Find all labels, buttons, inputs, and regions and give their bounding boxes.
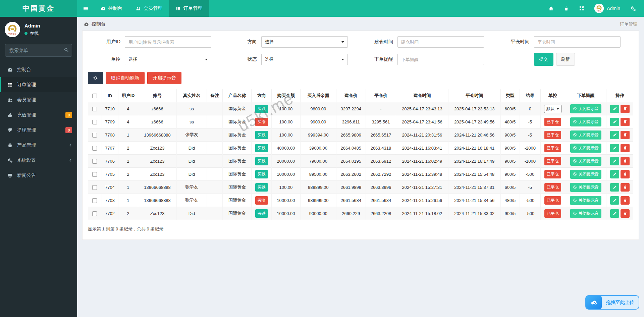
column-header: 买入后余额	[301, 89, 336, 102]
row-checkbox[interactable]	[92, 133, 97, 138]
refresh-button[interactable]: 刷新	[556, 53, 575, 66]
row-checkbox[interactable]	[92, 211, 97, 216]
drag-upload-widget[interactable]: 拖拽至此上传	[585, 295, 639, 310]
settings-gears-button[interactable]	[630, 6, 636, 11]
order-notice-input[interactable]	[397, 54, 484, 65]
gears-icon	[7, 158, 13, 163]
cell-open-time: 2024-11-21 16:03:41	[396, 142, 448, 155]
table-refresh-button[interactable]	[88, 72, 103, 84]
open-time-input[interactable]	[397, 36, 484, 48]
cell-actions	[606, 207, 633, 220]
cell-user-id: 1	[118, 128, 138, 142]
sidebar-item-recharge[interactable]: 充值管理 0	[0, 107, 77, 122]
sidebar-item-members[interactable]: 会员管理	[0, 92, 77, 107]
brand-logo[interactable]: 中国黄金	[0, 0, 77, 17]
trash-icon	[623, 107, 627, 111]
edit-button[interactable]	[610, 196, 619, 205]
cancel-auto-refresh-button[interactable]: 取消自动刷新	[106, 72, 145, 84]
sidebar-item-withdraw[interactable]: 提现管理 0	[0, 122, 77, 138]
enable-sound-button[interactable]: 开启提示音	[147, 72, 181, 84]
delete-button[interactable]	[621, 118, 630, 126]
sidebar-toggle-button[interactable]	[77, 0, 94, 17]
delete-button[interactable]	[621, 105, 630, 113]
row-checkbox[interactable]	[92, 146, 97, 151]
menu-search-input[interactable]	[5, 44, 72, 57]
delete-button[interactable]	[621, 183, 630, 192]
cell-account: z6666	[138, 115, 177, 128]
row-checkbox-cell	[88, 168, 102, 181]
direction-select[interactable]: 选择	[261, 36, 348, 48]
submit-button[interactable]: 提交	[534, 53, 553, 66]
home-button[interactable]	[548, 6, 554, 11]
edit-button[interactable]	[610, 105, 619, 113]
delete-button[interactable]	[621, 209, 630, 218]
nav-item-orders[interactable]: 订单管理	[169, 0, 209, 17]
table-row: 77104z6666ss国际黄金买跌100.009800.003297.2294…	[88, 102, 633, 115]
row-checkbox[interactable]	[92, 107, 97, 111]
cell-real-name: ss	[176, 102, 207, 115]
row-checkbox[interactable]	[92, 172, 97, 177]
select-all-checkbox[interactable]	[92, 94, 97, 98]
mute-notice-button[interactable]: 关闭提示音	[570, 130, 601, 140]
mute-icon	[573, 146, 577, 150]
cell-type: 900/5	[500, 128, 520, 142]
nav-item-dashboard[interactable]: 控制台	[94, 0, 129, 17]
fullscreen-button[interactable]	[579, 6, 584, 11]
user-menu[interactable]: 中国黄金 Admin	[594, 4, 620, 13]
row-checkbox[interactable]	[92, 198, 97, 203]
cell-control: 已平仓	[540, 142, 565, 155]
mute-notice-button[interactable]: 关闭提示音	[570, 209, 601, 218]
mute-notice-button[interactable]: 关闭提示音	[570, 144, 601, 153]
nav-item-members[interactable]: 会员管理	[129, 0, 169, 17]
row-checkbox[interactable]	[92, 120, 97, 124]
thumbs-up-icon	[7, 112, 13, 118]
row-checkbox[interactable]	[92, 185, 97, 190]
cell-remark	[207, 115, 223, 128]
mute-notice-button[interactable]: 关闭提示音	[570, 196, 601, 205]
cell-account: Zxc123	[138, 207, 177, 220]
sidebar-item-orders[interactable]: 订单管理	[0, 77, 77, 92]
mute-notice-button[interactable]: 关闭提示音	[570, 157, 601, 166]
cell-balance-after: 989999.00	[301, 194, 336, 207]
delete-button[interactable]	[621, 131, 630, 139]
sidebar-item-dashboard[interactable]: 控制台	[0, 62, 77, 77]
column-header: 账号	[138, 89, 177, 102]
user-id-input[interactable]	[125, 36, 211, 48]
sidebar-item-news[interactable]: 新闻公告	[0, 168, 77, 183]
cell-real-name: Did	[176, 155, 207, 168]
status-select[interactable]: 选择	[261, 54, 348, 65]
edit-button[interactable]	[610, 118, 619, 126]
cell-user-id: 2	[118, 155, 138, 168]
breadcrumb-left[interactable]: 控制台	[92, 21, 106, 27]
delete-button[interactable]	[621, 144, 630, 152]
cell-control: 已平仓	[540, 128, 565, 142]
edit-button[interactable]	[610, 131, 619, 139]
control-select[interactable]: 选择	[125, 54, 211, 65]
edit-button[interactable]	[610, 157, 619, 165]
search-icon[interactable]	[64, 47, 69, 52]
delete-button[interactable]	[621, 196, 630, 205]
column-header: 平仓价	[366, 89, 396, 102]
mute-notice-button[interactable]: 关闭提示音	[570, 183, 601, 192]
close-time-input[interactable]	[534, 36, 621, 48]
edit-button[interactable]	[610, 170, 619, 178]
row-control-select[interactable]: 默认	[544, 105, 561, 113]
sidebar-item-settings[interactable]: 系统设置	[0, 153, 77, 168]
mute-notice-button[interactable]: 关闭提示音	[570, 104, 601, 113]
delete-button[interactable]	[621, 170, 630, 178]
edit-button[interactable]	[610, 183, 619, 192]
trash-button[interactable]	[564, 6, 569, 11]
edit-button[interactable]	[610, 209, 619, 218]
delete-button[interactable]	[621, 157, 630, 165]
cell-amount: 100.00	[271, 115, 300, 128]
cell-open-time: 2024-11-21 15:39:48	[396, 168, 448, 181]
row-checkbox[interactable]	[92, 159, 97, 164]
closed-badge: 已平仓	[544, 131, 561, 139]
shopping-bag-icon	[7, 143, 13, 148]
cell-product: 国际黄金	[223, 168, 252, 181]
mute-notice-button[interactable]: 关闭提示音	[570, 117, 601, 126]
mute-notice-button[interactable]: 关闭提示音	[570, 170, 601, 179]
pencil-icon	[613, 211, 617, 215]
sidebar-item-products[interactable]: 产品管理	[0, 138, 77, 153]
edit-button[interactable]	[610, 144, 619, 152]
